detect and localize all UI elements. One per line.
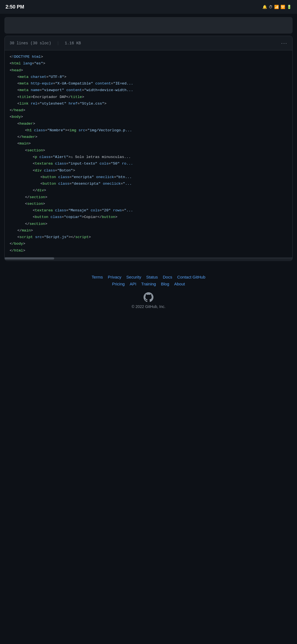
- code-line: <html lang="es">: [5, 60, 292, 67]
- notification-icon: 🔔: [262, 5, 267, 9]
- footer-links-row-2: PricingAPITrainingBlogAbout: [6, 282, 292, 286]
- signal-icon: 📶: [274, 5, 279, 9]
- footer-link[interactable]: Contact GitHub: [177, 275, 205, 279]
- code-line: <div class="Boton">: [5, 167, 292, 174]
- file-size: 1.16 KB: [65, 41, 81, 45]
- footer-link[interactable]: Training: [141, 282, 156, 286]
- footer-link[interactable]: Blog: [161, 282, 169, 286]
- code-line: </section>: [5, 221, 292, 227]
- code-line: </html>: [5, 247, 292, 254]
- footer-link[interactable]: Status: [146, 275, 158, 279]
- file-menu-button[interactable]: ···: [281, 40, 287, 46]
- footer-link[interactable]: Pricing: [112, 282, 125, 286]
- wifi-icon: 🛜: [280, 5, 285, 9]
- file-info-separator: |: [57, 41, 59, 45]
- footer-link[interactable]: Terms: [92, 275, 103, 279]
- footer-links-row-1: TermsPrivacySecurityStatusDocsContact Gi…: [6, 275, 292, 279]
- code-line: </head>: [5, 107, 292, 114]
- code-line: <textarea class="Mensaje" cols="20" rows…: [5, 207, 292, 214]
- code-line: <textarea class="input-texto" cols="50" …: [5, 160, 292, 167]
- footer-link[interactable]: API: [130, 282, 136, 286]
- code-area: <!DOCTYPE html><html lang="es"><head><me…: [5, 50, 292, 257]
- scrollbar-thumb[interactable]: [5, 257, 54, 260]
- status-icons: 🔔 ⏱ 📶 🛜 🔋: [262, 5, 292, 9]
- line-count: 30 lines (30 sloc): [10, 41, 51, 45]
- code-line: <title>Encriptador DAP</title>: [5, 94, 292, 100]
- github-logo: [143, 292, 154, 303]
- code-line: </section>: [5, 194, 292, 201]
- scroll-top-bar: [4, 17, 293, 34]
- code-line: <p class="Alert">⚠ Solo letras minuscula…: [5, 154, 292, 160]
- battery-icon: 🔋: [287, 5, 292, 9]
- code-line: <section>: [5, 201, 292, 207]
- code-line: <button class="desencripta" oneclick="..…: [5, 181, 292, 187]
- code-line: <!DOCTYPE html>: [5, 54, 292, 60]
- code-line: <h1 class="Nombre"><img src="img/Vectorl…: [5, 127, 292, 134]
- code-line: <header>: [5, 121, 292, 127]
- code-line: <script src="Script.js"></script>: [5, 234, 292, 241]
- code-line: <meta name="viewport" content="width=dev…: [5, 87, 292, 94]
- footer-link[interactable]: Privacy: [108, 275, 121, 279]
- code-line: <link rel="stylesheet" href="Style.css">: [5, 100, 292, 107]
- code-line: <meta http-equiv="X-UA-Compatible" conte…: [5, 80, 292, 87]
- code-line: <button class="encripta" oneclick="btn..…: [5, 174, 292, 181]
- file-info: 30 lines (30 sloc) | 1.16 KB: [10, 41, 81, 45]
- code-line: <head>: [5, 67, 292, 74]
- code-line: </div>: [5, 187, 292, 194]
- code-line: <meta charset="UTF-8">: [5, 74, 292, 80]
- code-line: <button class="copiar">Copiar</button>: [5, 214, 292, 220]
- code-viewer: 30 lines (30 sloc) | 1.16 KB ··· <!DOCTY…: [4, 36, 293, 261]
- footer-link[interactable]: Security: [126, 275, 141, 279]
- code-line: </main>: [5, 227, 292, 234]
- footer-link[interactable]: Docs: [163, 275, 172, 279]
- horizontal-scrollbar[interactable]: [5, 257, 292, 260]
- code-line: <section>: [5, 147, 292, 154]
- code-line: </header>: [5, 134, 292, 140]
- timer-icon: ⏱: [269, 5, 273, 9]
- footer-link[interactable]: About: [174, 282, 185, 286]
- status-time: 2:50 PM: [6, 4, 24, 10]
- status-bar: 2:50 PM 🔔 ⏱ 📶 🛜 🔋: [0, 0, 297, 14]
- code-line: <main>: [5, 140, 292, 147]
- code-line: <body>: [5, 114, 292, 120]
- footer: TermsPrivacySecurityStatusDocsContact Gi…: [0, 266, 297, 320]
- code-line: </body>: [5, 241, 292, 247]
- file-header: 30 lines (30 sloc) | 1.16 KB ···: [5, 36, 292, 50]
- copyright: © 2022 GitHub, Inc.: [6, 304, 292, 309]
